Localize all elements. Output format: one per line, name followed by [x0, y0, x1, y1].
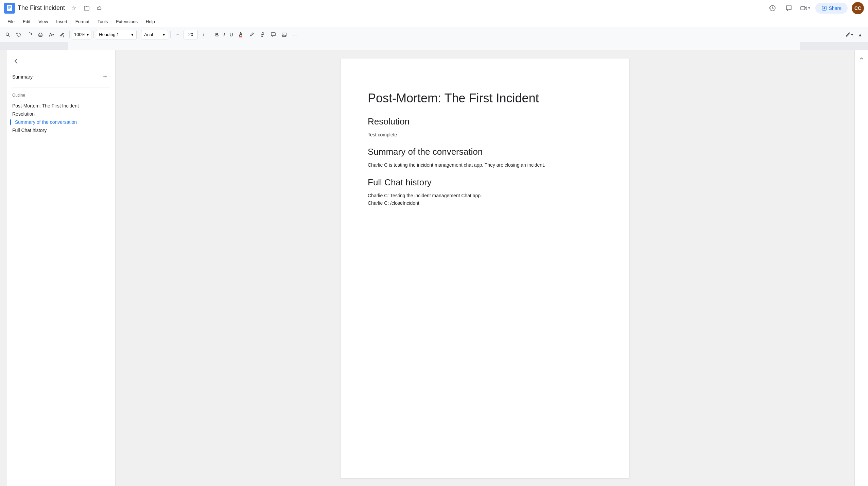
toolbar-divider-2 [93, 31, 94, 38]
bold-btn[interactable]: B [213, 30, 221, 39]
outline-item-summary[interactable]: Summary of the conversation [12, 118, 110, 126]
sidebar-add-btn[interactable]: + [100, 72, 110, 82]
doc-title: The First Incident [18, 4, 65, 12]
print-btn[interactable] [35, 30, 46, 40]
link-btn[interactable] [257, 30, 267, 40]
format-paint-btn[interactable] [57, 30, 67, 40]
svg-rect-2 [8, 7, 11, 8]
share-button[interactable]: Share [815, 3, 848, 14]
undo-btn[interactable] [14, 30, 24, 40]
menu-file[interactable]: File [4, 18, 18, 26]
font-size-increase-btn[interactable]: + [198, 30, 209, 40]
chat-line-1: Charlie C: Testing the incident manageme… [368, 192, 602, 199]
sidebar-summary-label: Summary [12, 74, 33, 80]
search-toolbar-btn[interactable] [3, 30, 13, 40]
doc-main-title: Post-Mortem: The First Incident [368, 91, 602, 105]
right-panel-collapse-btn[interactable] [856, 53, 867, 64]
doc-body-resolution: Test complete [368, 131, 602, 138]
folder-icon[interactable] [82, 3, 91, 13]
history-icon[interactable] [766, 2, 779, 14]
title-bar: The First Incident ☆ ▾ Share CC [0, 0, 868, 16]
video-icon[interactable]: ▾ [799, 2, 811, 14]
title-icons: ☆ [69, 3, 104, 13]
cloud-icon[interactable] [95, 3, 104, 13]
ruler-right-margin [800, 42, 868, 50]
toolbar-divider-5 [211, 31, 211, 38]
ruler-content[interactable] [68, 42, 800, 50]
sidebar-divider [12, 87, 110, 87]
toolbar-divider-4 [170, 31, 171, 38]
collapse-toolbar-btn[interactable]: ▴ [855, 30, 865, 40]
font-value: Arial [144, 32, 153, 37]
docs-icon [4, 3, 15, 14]
font-chevron: ▾ [163, 32, 165, 37]
zoom-chevron: ▾ [87, 32, 89, 37]
edit-mode-btn[interactable]: ▾ [844, 30, 854, 40]
chat-line-2: Charlie C: /closeIncident [368, 199, 602, 207]
menu-extensions[interactable]: Extensions [112, 18, 141, 26]
outline-item-main-title[interactable]: Post-Mortem: The First Incident [12, 102, 110, 110]
menu-bar: File Edit View Insert Format Tools Exten… [0, 16, 868, 27]
star-icon[interactable]: ☆ [69, 3, 79, 13]
doc-heading-resolution: Resolution [368, 116, 602, 127]
comment-btn[interactable] [268, 30, 278, 40]
svg-rect-9 [271, 33, 275, 36]
spellcheck-btn[interactable] [46, 30, 56, 40]
ruler-left-margin [0, 42, 68, 50]
outline-item-chat[interactable]: Full Chat history [12, 126, 110, 134]
font-size-value: 20 [188, 32, 193, 37]
toolbar: 100% ▾ Heading 1 ▾ Arial ▾ − 20 + B I U … [0, 27, 868, 42]
outline-item-chat-label: Full Chat history [12, 128, 47, 133]
doc-heading-summary: Summary of the conversation [368, 147, 602, 157]
comment-icon[interactable] [783, 2, 795, 14]
italic-btn[interactable]: I [221, 30, 227, 39]
zoom-value: 100% [74, 32, 85, 37]
toolbar-divider-1 [69, 31, 70, 38]
sidebar: Summary + Outline Post-Mortem: The First… [7, 50, 116, 486]
svg-rect-0 [7, 5, 12, 11]
text-color-btn[interactable]: A [236, 30, 246, 40]
outline-label: Outline [12, 93, 110, 98]
more-toolbar-btn[interactable]: ⋯ [290, 30, 300, 40]
svg-rect-5 [801, 6, 805, 10]
sidebar-back-btn[interactable] [12, 56, 23, 67]
style-chevron: ▾ [131, 32, 134, 37]
main-area: Summary + Outline Post-Mortem: The First… [0, 50, 868, 486]
outline-item-resolution[interactable]: Resolution [12, 110, 110, 118]
underline-btn[interactable]: U [227, 30, 235, 39]
sidebar-summary-row: Summary + [12, 72, 110, 82]
document-page: Post-Mortem: The First Incident Resoluti… [341, 58, 629, 478]
zoom-selector[interactable]: 100% ▾ [72, 30, 91, 39]
style-value: Heading 1 [99, 32, 119, 37]
doc-body-summary: Charlie C is testing the incident manage… [368, 161, 602, 169]
outline-item-resolution-label: Resolution [12, 111, 35, 117]
highlight-btn[interactable] [246, 30, 257, 40]
right-panel [854, 50, 868, 486]
ruler [0, 42, 868, 50]
font-size-input[interactable]: 20 [184, 30, 198, 39]
toolbar-divider-3 [139, 31, 139, 38]
font-size-decrease-btn[interactable]: − [173, 30, 183, 40]
left-margin [0, 50, 7, 486]
top-right-icons: ▾ Share CC [766, 2, 864, 14]
share-label: Share [829, 5, 841, 11]
svg-rect-3 [8, 9, 10, 9]
redo-btn[interactable] [24, 30, 35, 40]
menu-view[interactable]: View [35, 18, 51, 26]
image-btn[interactable] [279, 30, 289, 40]
font-selector[interactable]: Arial ▾ [141, 30, 168, 39]
menu-format[interactable]: Format [72, 18, 93, 26]
menu-edit[interactable]: Edit [19, 18, 34, 26]
svg-rect-1 [8, 6, 11, 7]
style-selector[interactable]: Heading 1 ▾ [96, 30, 137, 39]
svg-point-7 [6, 33, 9, 35]
doc-body-chat: Charlie C: Testing the incident manageme… [368, 192, 602, 207]
doc-area[interactable]: Post-Mortem: The First Incident Resoluti… [116, 50, 854, 486]
user-avatar[interactable]: CC [852, 2, 864, 14]
outline-item-main-title-label: Post-Mortem: The First Incident [12, 103, 79, 108]
menu-help[interactable]: Help [142, 18, 158, 26]
doc-heading-chat: Full Chat history [368, 177, 602, 188]
menu-tools[interactable]: Tools [94, 18, 111, 26]
menu-insert[interactable]: Insert [53, 18, 71, 26]
outline-item-summary-label: Summary of the conversation [15, 119, 77, 125]
